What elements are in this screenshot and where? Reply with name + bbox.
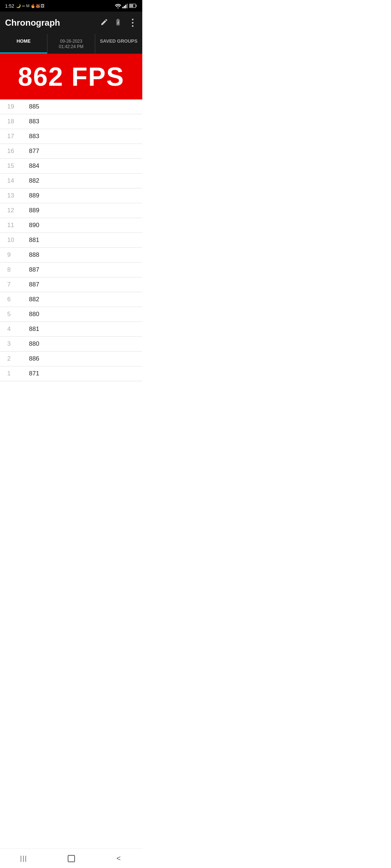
table-row: 14882: [0, 174, 142, 188]
table-row: 3880: [0, 337, 142, 352]
table-row: 16877: [0, 144, 142, 159]
table-row: 6882: [0, 292, 142, 307]
tab-saved-label: SAVED GROUPS: [100, 38, 138, 44]
reading-index: 12: [7, 207, 29, 214]
status-time: 1:52: [5, 3, 14, 9]
reading-index: 9: [7, 251, 29, 259]
table-row: 19885: [0, 99, 142, 114]
status-bar: 1:52 🌙 ∞ M 🔥🦊🖼: [0, 0, 142, 12]
reading-value: 883: [29, 133, 39, 140]
reading-index: 8: [7, 266, 29, 273]
edit-icon[interactable]: [100, 18, 108, 28]
reading-index: 16: [7, 148, 29, 155]
table-row: 7887: [0, 277, 142, 292]
reading-index: 18: [7, 118, 29, 125]
table-row: 10881: [0, 233, 142, 248]
svg-rect-0: [122, 7, 123, 8]
reading-index: 11: [7, 222, 29, 229]
reading-value: 881: [29, 237, 39, 244]
reading-value: 888: [29, 251, 39, 259]
table-row: 1871: [0, 366, 142, 381]
tab-home[interactable]: HOME: [0, 34, 47, 54]
readings-list: 1988518883178831687715884148821388912889…: [0, 99, 142, 381]
reading-value: 887: [29, 281, 39, 288]
table-row: 18883: [0, 114, 142, 129]
table-row: 17883: [0, 129, 142, 144]
reading-index: 6: [7, 296, 29, 303]
reading-value: 882: [29, 296, 39, 303]
status-notif-icons: 🌙 ∞ M 🔥🦊🖼: [16, 4, 45, 8]
table-row: 15884: [0, 159, 142, 174]
svg-rect-5: [136, 5, 137, 7]
reading-value: 880: [29, 340, 39, 348]
reading-index: 5: [7, 311, 29, 318]
reading-index: 19: [7, 103, 29, 110]
tab-datetime[interactable]: 09-26-2023 01:42:24 PM: [47, 34, 95, 54]
fps-value: 862 FPS: [18, 62, 124, 91]
reading-value: 880: [29, 311, 39, 318]
status-right: [115, 3, 137, 8]
table-row: 4881: [0, 322, 142, 337]
more-options-icon[interactable]: ⋮: [128, 17, 137, 29]
reading-value: 889: [29, 192, 39, 199]
table-row: 5880: [0, 307, 142, 322]
svg-rect-3: [127, 4, 128, 8]
signal-icon: [122, 3, 128, 8]
table-row: 11890: [0, 218, 142, 233]
reading-index: 4: [7, 326, 29, 333]
table-row: 8887: [0, 263, 142, 277]
reading-index: 13: [7, 192, 29, 199]
table-row: 2886: [0, 352, 142, 366]
battery-icon: [129, 4, 137, 8]
toolbar-icon-group: ⋮: [100, 17, 137, 29]
reading-value: 882: [29, 177, 39, 184]
reading-value: 890: [29, 222, 39, 229]
reading-value: 877: [29, 148, 39, 155]
status-left: 1:52 🌙 ∞ M 🔥🦊🖼: [5, 3, 45, 9]
reading-value: 886: [29, 355, 39, 362]
reading-value: 885: [29, 103, 39, 110]
table-row: 9888: [0, 248, 142, 263]
app-title: Chronograph: [5, 18, 60, 28]
tab-bar: HOME 09-26-2023 01:42:24 PM SAVED GROUPS: [0, 34, 142, 54]
reading-value: 887: [29, 266, 39, 273]
reading-index: 2: [7, 355, 29, 362]
reading-index: 17: [7, 133, 29, 140]
reading-index: 7: [7, 281, 29, 288]
table-row: 13889: [0, 188, 142, 203]
svg-rect-2: [125, 5, 126, 8]
reading-index: 10: [7, 237, 29, 244]
toolbar: Chronograph ⋮: [0, 12, 142, 34]
reading-index: 1: [7, 370, 29, 377]
tab-datetime-label: 09-26-2023 01:42:24 PM: [59, 39, 83, 49]
svg-rect-6: [130, 4, 133, 7]
fps-display: 862 FPS: [0, 54, 142, 99]
reading-index: 14: [7, 177, 29, 184]
reading-value: 884: [29, 162, 39, 170]
tab-saved-groups[interactable]: SAVED GROUPS: [95, 34, 142, 54]
svg-rect-1: [124, 6, 125, 8]
reading-value: 881: [29, 326, 39, 333]
reading-value: 889: [29, 207, 39, 214]
reading-index: 3: [7, 340, 29, 348]
reading-index: 15: [7, 162, 29, 170]
battery-low-icon: [114, 18, 122, 28]
reading-value: 871: [29, 370, 39, 377]
table-row: 12889: [0, 203, 142, 218]
wifi-icon: [115, 3, 121, 8]
reading-value: 883: [29, 118, 39, 125]
